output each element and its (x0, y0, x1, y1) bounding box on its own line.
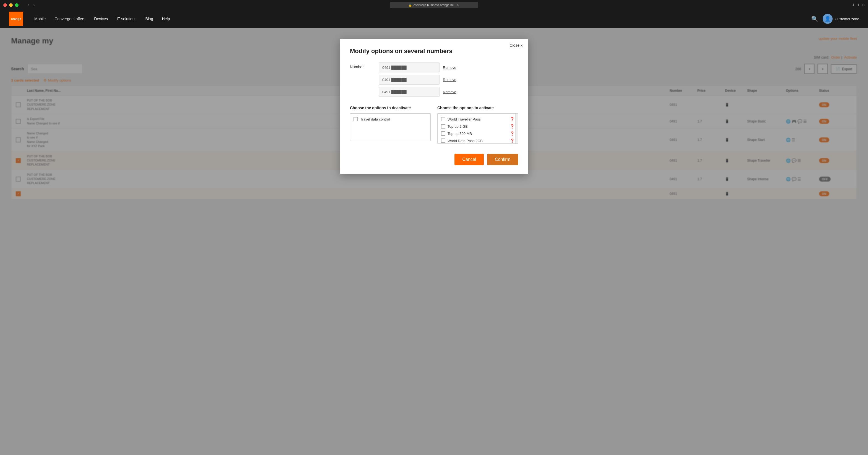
refresh-icon[interactable]: ↻ (457, 3, 460, 7)
options-section: Choose the options to deactivate Travel … (350, 106, 518, 144)
deactivate-option-1: Travel data control (353, 117, 427, 121)
share-icon[interactable]: ⬆ (857, 3, 860, 7)
search-icon-button[interactable]: 🔍 (811, 15, 818, 22)
modal-title: Modify options on several numbers (350, 47, 518, 55)
close-window-button[interactable] (3, 3, 7, 7)
activate-options-box: World Traveller Pass ❓ Top-up 2 GB ❓ Top… (437, 113, 518, 144)
address-bar[interactable]: 🔒 eservices.business.orange.be ↻ (390, 2, 478, 8)
activate-option-label-3: Top-up 500 MB (447, 132, 472, 136)
modal-footer: Cancel Confirm (350, 152, 518, 165)
deactivate-title: Choose the options to deactivate (350, 106, 431, 110)
customer-zone-label: Customer zone (835, 17, 859, 21)
site-nav: Mobile Convergent offers Devices IT solu… (34, 17, 170, 21)
number-row-3: Remove (379, 87, 518, 97)
deactivate-options-box: Travel data control (350, 113, 431, 141)
lock-icon: 🔒 (408, 4, 412, 7)
number-input-1[interactable] (379, 62, 439, 72)
forward-button[interactable]: › (32, 2, 36, 8)
orange-logo: orange (9, 11, 23, 26)
help-icon-3[interactable]: ❓ (510, 131, 515, 136)
number-label: Number (350, 62, 372, 99)
nav-convergent[interactable]: Convergent offers (55, 17, 85, 21)
sidebar-toggle-icon[interactable]: ⊡ (862, 3, 865, 7)
modal-close-button[interactable]: Close x (509, 43, 523, 47)
activate-option-label-2: Top-up 2 GB (447, 124, 468, 129)
back-button[interactable]: ‹ (26, 2, 30, 8)
activate-option-1: World Traveller Pass ❓ (441, 117, 515, 121)
numbers-list: Remove Remove Remove (379, 62, 518, 99)
nav-mobile[interactable]: Mobile (34, 17, 45, 21)
deactivate-checkbox-1[interactable] (353, 117, 358, 121)
modal-overlay: Close x Modify options on several number… (0, 28, 868, 455)
remove-button-2[interactable]: Remove (443, 78, 456, 82)
number-input-3[interactable] (379, 87, 439, 97)
numbers-section: Number Remove Remove Remove (350, 62, 518, 99)
deactivate-panel: Choose the options to deactivate Travel … (350, 106, 431, 144)
activate-option-4: World Data Pass 2GB ❓ (441, 138, 515, 143)
fullscreen-window-button[interactable] (15, 3, 19, 7)
confirm-button[interactable]: Confirm (487, 154, 518, 165)
activate-title: Choose the options to activate (437, 106, 518, 110)
remove-button-3[interactable]: Remove (443, 90, 456, 94)
remove-button-1[interactable]: Remove (443, 66, 456, 70)
activate-option-label-1: World Traveller Pass (447, 117, 481, 121)
number-row-1: Remove (379, 62, 518, 72)
modal-dialog: Close x Modify options on several number… (340, 39, 528, 174)
activate-checkbox-1[interactable] (441, 117, 445, 121)
number-input-2[interactable] (379, 75, 439, 85)
nav-devices[interactable]: Devices (94, 17, 108, 21)
activate-checkbox-3[interactable] (441, 131, 445, 136)
window-chrome: ‹ › 🔒 eservices.business.orange.be ↻ ⬇ ⬆… (0, 0, 868, 10)
cancel-button[interactable]: Cancel (455, 154, 484, 165)
deactivate-option-label-1: Travel data control (360, 117, 390, 121)
nav-blog[interactable]: Blog (145, 17, 153, 21)
site-header: orange Mobile Convergent offers Devices … (0, 10, 868, 28)
activate-panel: Choose the options to activate World Tra… (437, 106, 518, 144)
url-text: eservices.business.orange.be (413, 3, 454, 7)
activate-checkbox-2[interactable] (441, 124, 445, 129)
avatar: 👤 (823, 14, 833, 24)
nav-help[interactable]: Help (162, 17, 170, 21)
header-right: 🔍 👤 Customer zone (811, 14, 859, 24)
activate-option-3: Top-up 500 MB ❓ (441, 131, 515, 136)
activate-option-label-4: World Data Pass 2GB (447, 139, 483, 143)
help-icon-4[interactable]: ❓ (510, 138, 515, 143)
activate-option-2: Top-up 2 GB ❓ (441, 124, 515, 129)
extensions-icon[interactable]: ⬇ (852, 3, 855, 7)
customer-zone: 👤 Customer zone (823, 14, 859, 24)
nav-it-solutions[interactable]: IT solutions (117, 17, 136, 21)
activate-checkbox-4[interactable] (441, 138, 445, 143)
number-row-2: Remove (379, 75, 518, 85)
page-background: Manage my update your mobile fleet SIM c… (0, 28, 868, 455)
minimize-window-button[interactable] (9, 3, 13, 7)
help-icon-2[interactable]: ❓ (510, 124, 515, 129)
help-icon-1[interactable]: ❓ (510, 117, 515, 121)
